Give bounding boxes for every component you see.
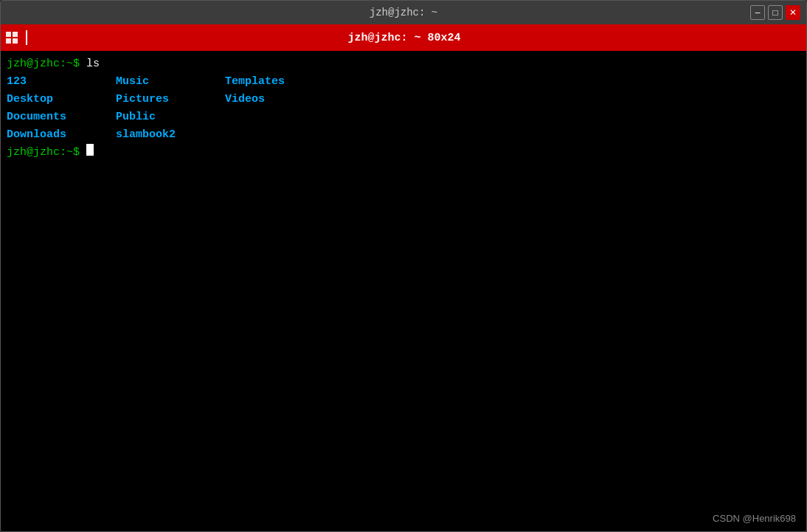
window-controls: – □ ✕ <box>750 5 800 20</box>
ls-item-documents: Documents <box>7 108 116 126</box>
prompt-2: jzh@jzhc:~$ <box>7 144 86 162</box>
tab-label: jzh@jzhc: ~ 80x24 <box>5 32 803 44</box>
title-bar: jzh@jzhc: ~ – □ ✕ <box>1 1 806 24</box>
ls-item-123: 123 <box>7 73 116 91</box>
command-1: ls <box>86 55 100 73</box>
ls-item-slambook2: slambook2 <box>116 126 225 144</box>
tab-bar: jzh@jzhc: ~ 80x24 <box>1 24 806 51</box>
close-button[interactable]: ✕ <box>786 5 800 20</box>
terminal-cursor <box>86 144 94 156</box>
terminal-window: jzh@jzhc: ~ – □ ✕ jzh@jzhc: ~ 80x24 jzh@… <box>0 0 807 532</box>
ls-item-downloads: Downloads <box>7 126 116 144</box>
ls-item-empty-1 <box>225 108 373 126</box>
minimize-button[interactable]: – <box>750 5 765 20</box>
terminal-content[interactable]: jzh@jzhc:~$ ls 123 Music Templates Deskt… <box>1 51 806 531</box>
prompt-1: jzh@jzhc:~$ <box>7 55 86 73</box>
maximize-button[interactable]: □ <box>768 5 783 20</box>
ls-item-pictures: Pictures <box>116 91 225 108</box>
window-title: jzh@jzhc: ~ <box>370 7 437 18</box>
command-line-2: jzh@jzhc:~$ <box>7 144 800 162</box>
ls-item-templates: Templates <box>225 73 373 91</box>
ls-item-empty-2 <box>225 126 373 144</box>
watermark: CSDN @Henrik698 <box>713 513 796 524</box>
ls-output: 123 Music Templates Desktop Pictures Vid… <box>7 73 800 144</box>
command-line-1: jzh@jzhc:~$ ls <box>7 55 800 73</box>
ls-item-public: Public <box>116 108 225 126</box>
ls-item-desktop: Desktop <box>7 91 116 108</box>
ls-item-videos: Videos <box>225 91 373 108</box>
ls-item-music: Music <box>116 73 225 91</box>
